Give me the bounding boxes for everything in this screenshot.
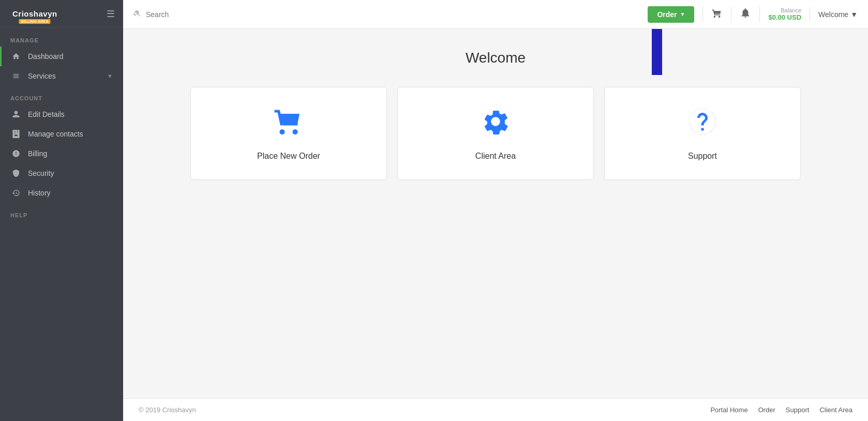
sidebar-item-manage-contacts[interactable]: Manage contacts [0, 124, 123, 144]
person-icon [10, 110, 22, 118]
divider-4 [810, 7, 810, 22]
footer: © 2019 Crioshavyn Portal Home Order Supp… [123, 398, 868, 421]
welcome-caret-icon: ▼ [850, 10, 858, 19]
sidebar: Crioshavyn BILLING AREA ☰ MANAGE Dashboa… [0, 0, 123, 421]
cart-card-icon [273, 106, 304, 143]
manage-section-label: MANAGE [0, 28, 123, 47]
header: Order ▼ Balance $0.00 USD Welcome ▼ [123, 0, 868, 29]
gear-card-icon [480, 106, 511, 143]
copyright: © 2019 Crioshavyn [139, 406, 196, 414]
divider-1 [702, 7, 703, 22]
search-box [133, 9, 641, 20]
cart-icon[interactable] [711, 7, 723, 21]
divider-3 [759, 7, 760, 22]
place-new-order-label: Place New Order [257, 152, 320, 161]
home-icon [10, 52, 22, 61]
shield-icon [10, 169, 22, 177]
sidebar-item-security[interactable]: Security [0, 163, 123, 183]
sidebar-label-edit-details: Edit Details [28, 110, 65, 118]
history-icon [10, 189, 22, 197]
balance-amount: $0.00 USD [768, 13, 801, 21]
support-label: Support [688, 152, 717, 161]
footer-links: Portal Home Order Support Client Area [710, 406, 852, 414]
content-area: Welcome Place New Order Client Area [123, 29, 868, 398]
sidebar-label-history: History [28, 189, 51, 197]
sidebar-item-services[interactable]: Services ▼ [0, 66, 123, 86]
help-section-label: HELP [0, 203, 123, 221]
main-area: Order ▼ Balance $0.00 USD Welcome ▼ [123, 0, 868, 421]
sidebar-item-dashboard[interactable]: Dashboard [0, 47, 123, 66]
order-button[interactable]: Order ▼ [648, 6, 694, 23]
client-area-label: Client Area [475, 152, 516, 161]
services-chevron-icon: ▼ [107, 73, 113, 79]
sidebar-label-services: Services [28, 72, 56, 80]
question-card-icon [687, 106, 718, 143]
footer-link-support[interactable]: Support [786, 406, 810, 414]
logo-area: Crioshavyn BILLING AREA ☰ [0, 0, 123, 28]
services-icon [10, 72, 22, 80]
welcome-label: Welcome [818, 10, 848, 19]
notification-icon[interactable] [740, 7, 751, 21]
sidebar-label-manage-contacts: Manage contacts [28, 130, 83, 138]
client-area-card[interactable]: Client Area [397, 87, 594, 180]
sidebar-label-security: Security [28, 169, 54, 177]
brand-logo[interactable]: Crioshavyn BILLING AREA [8, 7, 62, 20]
welcome-dropdown[interactable]: Welcome ▼ [818, 10, 858, 19]
search-icon [133, 9, 142, 20]
footer-link-order[interactable]: Order [758, 406, 775, 414]
page-title: Welcome [139, 50, 852, 66]
hamburger-icon[interactable]: ☰ [107, 8, 115, 20]
contacts-icon [10, 130, 22, 138]
sidebar-label-dashboard: Dashboard [28, 52, 64, 61]
cards-row: Place New Order Client Area Support [139, 87, 852, 180]
search-input[interactable] [146, 10, 641, 19]
balance-label: Balance [781, 7, 801, 13]
support-card[interactable]: Support [604, 87, 801, 180]
brand-tag: BILLING AREA [19, 19, 51, 24]
place-new-order-card[interactable]: Place New Order [190, 87, 387, 180]
footer-link-client-area[interactable]: Client Area [819, 406, 852, 414]
divider-2 [731, 7, 731, 22]
order-caret-icon: ▼ [680, 11, 685, 17]
sidebar-item-edit-details[interactable]: Edit Details [0, 104, 123, 124]
account-section-label: ACCOUNT [0, 86, 123, 104]
header-right: Order ▼ Balance $0.00 USD Welcome ▼ [648, 6, 858, 23]
billing-icon [10, 149, 22, 158]
sidebar-item-history[interactable]: History [0, 183, 123, 203]
brand-name: Crioshavyn [12, 9, 57, 18]
footer-link-portal-home[interactable]: Portal Home [710, 406, 747, 414]
sidebar-label-billing: Billing [28, 149, 47, 158]
order-label: Order [657, 10, 677, 19]
balance-section[interactable]: Balance $0.00 USD [768, 7, 801, 21]
sidebar-item-billing[interactable]: Billing [0, 144, 123, 163]
